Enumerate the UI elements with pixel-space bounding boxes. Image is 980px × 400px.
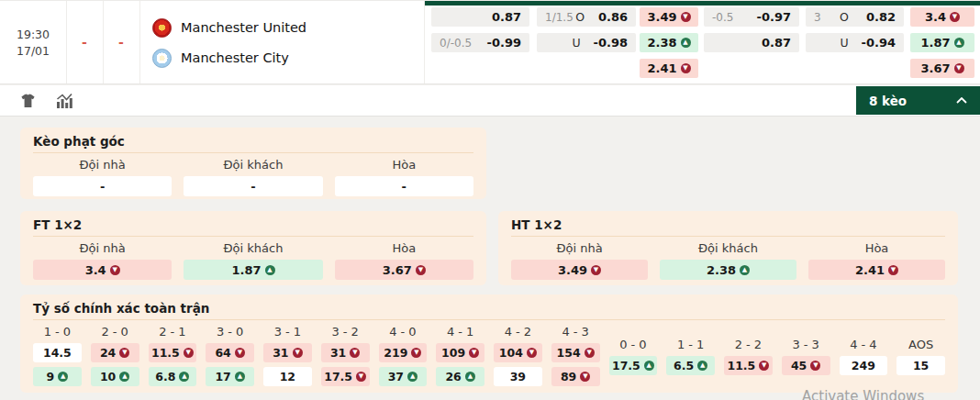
odds-value: 17.5 bbox=[612, 359, 640, 372]
trend-down-icon: ▼ bbox=[110, 265, 120, 275]
score-column-label: 3 - 0 bbox=[206, 325, 254, 339]
score-odds-cell[interactable]: 11.5▼ bbox=[724, 356, 773, 375]
market-odds-cell[interactable]: - bbox=[184, 176, 322, 196]
home-team-row[interactable]: Manchester United bbox=[152, 17, 306, 39]
odds-value: 11.5 bbox=[151, 346, 180, 360]
odds-value: 64 bbox=[215, 346, 230, 360]
market-odds-cell[interactable]: 2.41▼ bbox=[808, 260, 945, 280]
score-odds-cell[interactable]: 17.5▲ bbox=[609, 356, 658, 375]
score-odds-cell[interactable]: 37▲ bbox=[379, 367, 428, 386]
score-odds-cell[interactable]: 39 bbox=[494, 367, 542, 386]
price-odds-cell[interactable]: 1.87▲ bbox=[910, 33, 974, 52]
score-odds-cell[interactable]: 12 bbox=[263, 367, 312, 386]
odds-value: 45 bbox=[791, 359, 807, 372]
score-odds-cell[interactable]: 6.5▲ bbox=[666, 356, 715, 375]
score-odds-cell[interactable]: 104▼ bbox=[494, 343, 542, 362]
handicap-label: 1/1.5 bbox=[545, 11, 574, 24]
over-under-label: U bbox=[569, 36, 584, 50]
score-odds-cell[interactable]: 17▲ bbox=[206, 367, 254, 386]
trend-up-icon: ▲ bbox=[740, 265, 750, 275]
odds-value: 24 bbox=[100, 346, 116, 360]
score-odds-cell[interactable]: 31▼ bbox=[321, 343, 370, 362]
score-odds-cell[interactable]: 17.5▼ bbox=[321, 367, 370, 386]
score-odds-cell[interactable]: 26▲ bbox=[436, 367, 484, 386]
handicap-odds-cell[interactable]: U-0.94 bbox=[806, 33, 904, 52]
score-odds-cell[interactable]: 9▲ bbox=[33, 367, 82, 386]
score-column-label: 2 - 2 bbox=[724, 338, 773, 351]
corner-odds-grid: Đội nhà-Đội khách-Hòa- bbox=[33, 158, 473, 196]
price-odds-cell[interactable]: 3.49▼ bbox=[640, 7, 698, 27]
market-odds-cell[interactable]: 1.87▲ bbox=[184, 260, 322, 280]
odds-value: 11.5 bbox=[727, 359, 755, 372]
price-odds-cell[interactable]: 3.4▼ bbox=[910, 7, 974, 27]
market-odds-cell[interactable]: 3.4▼ bbox=[33, 260, 172, 280]
score-odds-cell[interactable]: 219▼ bbox=[379, 343, 428, 362]
market-count-button[interactable]: 8 kèo bbox=[856, 86, 980, 115]
away-team-row[interactable]: Manchester City bbox=[152, 47, 289, 69]
odds-value: 219 bbox=[384, 346, 407, 360]
market-odds-cell[interactable]: 3.49▼ bbox=[511, 260, 648, 280]
trend-down-icon: ▼ bbox=[954, 63, 964, 73]
market-odds-cell[interactable]: 2.38▲ bbox=[660, 260, 796, 280]
score-odds-cell[interactable]: 249 bbox=[840, 356, 888, 375]
odds-value: 0.87 bbox=[747, 36, 791, 50]
handicap-odds-cell[interactable]: 1/1.5O0.86 bbox=[537, 7, 636, 27]
odds-value: 37 bbox=[388, 370, 404, 383]
price-odds-cell[interactable]: 2.41▼ bbox=[640, 59, 698, 78]
score-odds-cell[interactable]: 11.5▼ bbox=[149, 343, 197, 362]
handicap-odds-cell[interactable]: -0.5-0.97 bbox=[704, 7, 799, 27]
market-column-header: Đội khách bbox=[184, 158, 322, 172]
trend-down-icon: ▼ bbox=[119, 348, 129, 358]
handicap-odds-cell[interactable]: 0/-0.5-0.99 bbox=[431, 33, 529, 52]
odds-value: 14.5 bbox=[43, 346, 72, 360]
handicap-odds-cell[interactable]: 0.87 bbox=[431, 7, 529, 27]
top-accent-strip bbox=[424, 1, 980, 6]
trend-up-icon: ▲ bbox=[265, 265, 275, 275]
score-odds-cell[interactable]: 6.8▲ bbox=[149, 367, 197, 386]
score-odds-cell[interactable]: 24▼ bbox=[91, 343, 139, 362]
odds-value: 3.49 bbox=[647, 10, 676, 24]
odds-value: 39 bbox=[510, 370, 526, 383]
score-column-label: 4 - 1 bbox=[436, 325, 484, 339]
score-odds-cell[interactable]: 109▼ bbox=[436, 343, 484, 362]
market-count-label: 8 kèo bbox=[869, 94, 907, 108]
market-odds-cell[interactable]: - bbox=[335, 176, 473, 196]
market-odds-cell[interactable]: 3.67▼ bbox=[335, 260, 473, 280]
trend-down-icon: ▼ bbox=[356, 372, 366, 382]
score-column-label: 4 - 3 bbox=[551, 325, 600, 339]
price-odds-cell[interactable]: 2.38▲ bbox=[640, 33, 698, 52]
stats-chart-icon[interactable] bbox=[56, 93, 73, 108]
score-away: - bbox=[103, 1, 139, 83]
market-odds-cell[interactable]: - bbox=[33, 176, 172, 196]
handicap-label: -0.5 bbox=[712, 11, 733, 24]
jersey-icon[interactable] bbox=[20, 94, 36, 108]
handicap-odds-cell[interactable]: 0.87 bbox=[704, 33, 799, 52]
trend-up-icon: ▲ bbox=[235, 372, 245, 382]
trend-up-icon: ▲ bbox=[407, 372, 418, 382]
panel-title: Tỷ số chính xác toàn trận bbox=[33, 302, 945, 315]
odds-value: 3.49 bbox=[558, 263, 587, 277]
handicap-odds-cell[interactable]: U-0.98 bbox=[537, 33, 636, 52]
market-column-header: Đội nhà bbox=[33, 241, 172, 255]
score-odds-cell[interactable]: 154▼ bbox=[551, 343, 600, 362]
score-column: 4 - 4249 bbox=[840, 325, 888, 386]
score-odds-cell[interactable]: 14.5 bbox=[33, 343, 82, 362]
score-column: 1 - 16.5▲ bbox=[666, 325, 715, 386]
score-column-label: 3 - 2 bbox=[321, 325, 370, 339]
score-odds-cell[interactable]: 31▼ bbox=[263, 343, 312, 362]
score-column: 3 - 131▼12 bbox=[263, 325, 312, 386]
trend-down-icon: ▼ bbox=[810, 361, 820, 371]
away-team-name: Manchester City bbox=[181, 50, 289, 65]
score-odds-cell[interactable]: 64▼ bbox=[206, 343, 254, 362]
score-odds-cell[interactable]: 15 bbox=[896, 356, 945, 375]
price-odds-cell[interactable]: 3.67▼ bbox=[910, 59, 974, 78]
score-column-label: 1 - 1 bbox=[666, 338, 715, 351]
handicap-odds-cell[interactable]: 3O0.82 bbox=[806, 7, 904, 27]
market-column: Đội khách- bbox=[184, 158, 322, 196]
score-odds-cell[interactable]: 10▲ bbox=[91, 367, 139, 386]
corner-odds-panel: Kèo phạt góc Đội nhà-Đội khách-Hòa- bbox=[20, 128, 486, 199]
score-odds-cell[interactable]: 45▼ bbox=[782, 356, 830, 375]
score-odds-cell[interactable]: 89▼ bbox=[551, 367, 600, 386]
odds-value: 3.67 bbox=[383, 263, 412, 277]
score-column-label: 4 - 2 bbox=[494, 325, 542, 339]
